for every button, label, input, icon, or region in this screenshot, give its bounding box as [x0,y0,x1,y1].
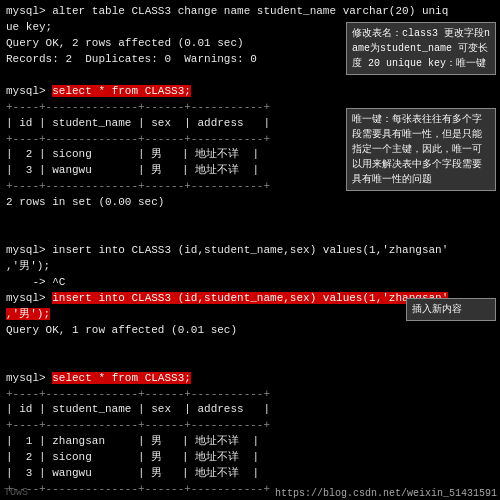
line-select-2: mysql> select * from CLASS3; [6,371,494,387]
comment-insert: 插入新内容 [406,298,496,321]
ok-insert: Query OK, 1 row affected (0.01 sec) [6,323,494,339]
watermark-text: TOwS [4,487,28,498]
row-4: | 2 | sicong | 男 | 地址不详 | [6,450,494,466]
text-4: Records: 2 Duplicates: 0 Warnings: 0 [6,53,257,65]
line-ctrlc: -> ^C [6,275,494,291]
line-insert-2: ,'男'); [6,259,494,275]
blank-5 [6,355,494,371]
comment-unique-text: 唯一键：每张表往往有多个字段需要具有唯一性，但是只能指定一个主键，因此，唯一可以… [352,114,482,185]
url-text: https://blog.csdn.net/weixin_51431591 [275,488,497,499]
line-select-1: mysql> select * from CLASS3; [6,84,494,100]
sep-4: +----+--------------+------+-----------+ [6,387,494,403]
url-bar: https://blog.csdn.net/weixin_51431591 [272,487,500,500]
cmd-insert-3: insert into CLASS3 (id,student_name,sex)… [52,292,448,304]
rows-count-1: 2 rows in set (0.00 sec) [6,195,494,211]
line-1: mysql> alter table CLASS3 change name st… [6,4,494,20]
cmd-1: alter table CLASS3 change name student_n… [52,5,448,17]
blank-4 [6,339,494,355]
row-5: | 3 | wangwu | 男 | 地址不详 | [6,466,494,482]
text-ctrlc: -> ^C [6,276,65,288]
line-insert-1: mysql> insert into CLASS3 (id,student_na… [6,243,494,259]
cmd-select-2: select * from CLASS3; [52,372,191,384]
cmd-select-1: select * from CLASS3; [52,85,191,97]
prompt-1: mysql> [6,5,52,17]
cmd-insert-1: insert into CLASS3 (id,student_name,sex)… [52,244,448,256]
blank-3 [6,227,494,243]
blank-2 [6,211,494,227]
prompt-select-1: mysql> [6,85,52,97]
prompt-insert-3: mysql> [6,292,52,304]
comment-insert-text: 插入新内容 [412,304,462,315]
comment-alter-text: 修改表名：class3 更改字段name为student_name 可变长度 2… [352,28,490,69]
ok-3: Query OK, 2 rows affected (0.01 sec) [6,37,244,49]
cmd-insert-4: ,'男'); [6,308,50,320]
watermark: TOwS [4,487,28,498]
prompt-insert-1: mysql> [6,244,52,256]
prompt-select-2: mysql> [6,372,52,384]
col-header-2: | id | student_name | sex | address | [6,402,494,418]
row-3: | 1 | zhangsan | 男 | 地址不详 | [6,434,494,450]
cmd-insert-2: ,'男'); [6,260,50,272]
terminal: mysql> alter table CLASS3 change name st… [0,0,500,500]
comment-alter-table: 修改表名：class3 更改字段name为student_name 可变长度 2… [346,22,496,75]
sep-5: +----+--------------+------+-----------+ [6,418,494,434]
text-2: ue key; [6,21,52,33]
comment-unique-key: 唯一键：每张表往往有多个字段需要具有唯一性，但是只能指定一个主键，因此，唯一可以… [346,108,496,191]
